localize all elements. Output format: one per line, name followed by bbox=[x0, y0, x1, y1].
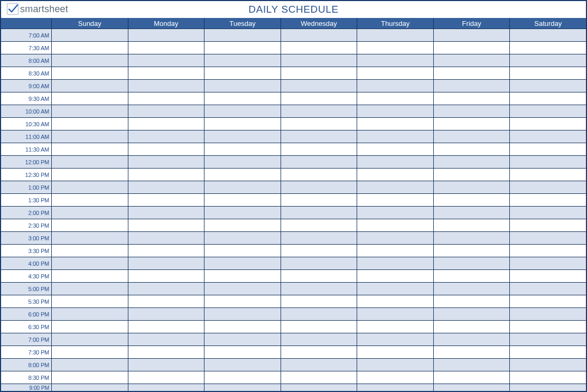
schedule-cell[interactable] bbox=[357, 67, 434, 79]
schedule-cell[interactable] bbox=[357, 194, 434, 206]
schedule-cell[interactable] bbox=[52, 67, 128, 79]
schedule-cell[interactable] bbox=[357, 232, 434, 244]
schedule-cell[interactable] bbox=[510, 257, 586, 269]
schedule-cell[interactable] bbox=[52, 54, 128, 67]
schedule-cell[interactable] bbox=[128, 308, 205, 320]
schedule-cell[interactable] bbox=[128, 371, 205, 384]
schedule-cell[interactable] bbox=[52, 169, 128, 181]
schedule-cell[interactable] bbox=[128, 156, 205, 168]
schedule-cell[interactable] bbox=[357, 321, 434, 333]
schedule-cell[interactable] bbox=[357, 295, 434, 307]
schedule-cell[interactable] bbox=[52, 346, 128, 358]
schedule-cell[interactable] bbox=[434, 54, 510, 67]
schedule-cell[interactable] bbox=[281, 308, 358, 320]
schedule-cell[interactable] bbox=[281, 359, 358, 371]
schedule-cell[interactable] bbox=[510, 207, 586, 219]
schedule-cell[interactable] bbox=[128, 118, 205, 130]
schedule-cell[interactable] bbox=[128, 283, 205, 295]
schedule-cell[interactable] bbox=[357, 143, 434, 155]
schedule-cell[interactable] bbox=[204, 308, 281, 320]
schedule-cell[interactable] bbox=[281, 283, 358, 295]
schedule-cell[interactable] bbox=[128, 80, 205, 92]
schedule-cell[interactable] bbox=[434, 105, 510, 117]
schedule-cell[interactable] bbox=[434, 130, 510, 143]
schedule-cell[interactable] bbox=[434, 67, 510, 79]
schedule-cell[interactable] bbox=[52, 219, 128, 231]
schedule-cell[interactable] bbox=[204, 232, 281, 244]
schedule-cell[interactable] bbox=[128, 169, 205, 181]
schedule-cell[interactable] bbox=[128, 219, 205, 231]
schedule-cell[interactable] bbox=[204, 143, 281, 155]
schedule-cell[interactable] bbox=[357, 270, 434, 282]
schedule-cell[interactable] bbox=[434, 245, 510, 257]
schedule-cell[interactable] bbox=[357, 42, 434, 54]
schedule-cell[interactable] bbox=[204, 156, 281, 168]
schedule-cell[interactable] bbox=[434, 29, 510, 41]
schedule-cell[interactable] bbox=[52, 42, 128, 54]
schedule-cell[interactable] bbox=[434, 232, 510, 244]
schedule-cell[interactable] bbox=[434, 219, 510, 231]
schedule-cell[interactable] bbox=[510, 346, 586, 358]
schedule-cell[interactable] bbox=[434, 346, 510, 358]
schedule-cell[interactable] bbox=[204, 80, 281, 92]
schedule-cell[interactable] bbox=[281, 346, 358, 358]
schedule-cell[interactable] bbox=[434, 333, 510, 346]
schedule-cell[interactable] bbox=[52, 270, 128, 282]
schedule-cell[interactable] bbox=[510, 308, 586, 320]
schedule-cell[interactable] bbox=[434, 257, 510, 269]
schedule-cell[interactable] bbox=[52, 232, 128, 244]
schedule-cell[interactable] bbox=[434, 384, 510, 391]
schedule-cell[interactable] bbox=[128, 270, 205, 282]
schedule-cell[interactable] bbox=[357, 283, 434, 295]
schedule-cell[interactable] bbox=[281, 92, 358, 105]
schedule-cell[interactable] bbox=[357, 169, 434, 181]
schedule-cell[interactable] bbox=[204, 283, 281, 295]
schedule-cell[interactable] bbox=[434, 371, 510, 384]
schedule-cell[interactable] bbox=[434, 308, 510, 320]
schedule-cell[interactable] bbox=[52, 245, 128, 257]
schedule-cell[interactable] bbox=[510, 54, 586, 67]
schedule-cell[interactable] bbox=[281, 169, 358, 181]
schedule-cell[interactable] bbox=[357, 219, 434, 231]
schedule-cell[interactable] bbox=[434, 295, 510, 307]
schedule-cell[interactable] bbox=[281, 130, 358, 143]
schedule-cell[interactable] bbox=[204, 181, 281, 193]
schedule-cell[interactable] bbox=[357, 130, 434, 143]
schedule-cell[interactable] bbox=[204, 295, 281, 307]
schedule-cell[interactable] bbox=[52, 257, 128, 269]
schedule-cell[interactable] bbox=[52, 283, 128, 295]
schedule-cell[interactable] bbox=[357, 333, 434, 346]
schedule-cell[interactable] bbox=[128, 143, 205, 155]
schedule-cell[interactable] bbox=[52, 92, 128, 105]
schedule-cell[interactable] bbox=[52, 130, 128, 143]
schedule-cell[interactable] bbox=[204, 194, 281, 206]
schedule-cell[interactable] bbox=[281, 245, 358, 257]
schedule-cell[interactable] bbox=[510, 232, 586, 244]
schedule-cell[interactable] bbox=[128, 105, 205, 117]
schedule-cell[interactable] bbox=[510, 359, 586, 371]
schedule-cell[interactable] bbox=[128, 333, 205, 346]
schedule-cell[interactable] bbox=[281, 143, 358, 155]
schedule-cell[interactable] bbox=[204, 105, 281, 117]
schedule-cell[interactable] bbox=[510, 295, 586, 307]
schedule-cell[interactable] bbox=[434, 270, 510, 282]
schedule-cell[interactable] bbox=[204, 67, 281, 79]
schedule-cell[interactable] bbox=[357, 92, 434, 105]
schedule-cell[interactable] bbox=[128, 42, 205, 54]
schedule-cell[interactable] bbox=[204, 29, 281, 41]
schedule-cell[interactable] bbox=[281, 54, 358, 67]
schedule-cell[interactable] bbox=[357, 308, 434, 320]
schedule-cell[interactable] bbox=[434, 92, 510, 105]
schedule-cell[interactable] bbox=[281, 118, 358, 130]
schedule-cell[interactable] bbox=[52, 359, 128, 371]
schedule-cell[interactable] bbox=[52, 371, 128, 384]
schedule-cell[interactable] bbox=[510, 169, 586, 181]
schedule-cell[interactable] bbox=[52, 308, 128, 320]
schedule-cell[interactable] bbox=[281, 333, 358, 346]
schedule-cell[interactable] bbox=[281, 371, 358, 384]
schedule-cell[interactable] bbox=[281, 67, 358, 79]
schedule-cell[interactable] bbox=[357, 207, 434, 219]
schedule-cell[interactable] bbox=[281, 42, 358, 54]
schedule-cell[interactable] bbox=[128, 384, 205, 391]
schedule-cell[interactable] bbox=[52, 321, 128, 333]
